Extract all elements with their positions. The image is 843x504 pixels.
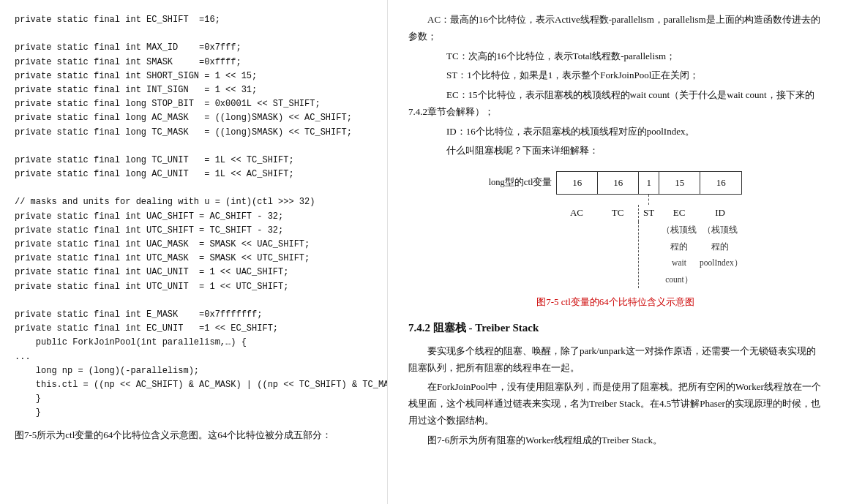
tc-line: TC：次高的16个比特位，表示Total线程数-parallelism； [408, 48, 823, 65]
sublabel-ac: AC [556, 205, 597, 222]
diagram-cells-row: long型的ctl变量 16 16 1 15 16 [489, 171, 743, 195]
id-subcaption: （栈顶线程的poolIndex） [700, 222, 741, 288]
para-1: 要实现多个线程的阻塞、唤醒，除了park/unpark这一对操作原语，还需要一个… [408, 343, 823, 377]
sublabel-tc: TC [597, 205, 638, 222]
ec-line: EC：15个比特位，表示阻塞栈的栈顶线程的wait count（关于什么是wai… [408, 87, 823, 121]
sublabel-id: ID [700, 205, 741, 222]
section-title: 7.4.2 阻塞栈 - Treiber Stack [408, 318, 823, 337]
cell-id: 16 [700, 172, 741, 194]
left-panel: private static final int EC_SHIFT =16; p… [0, 0, 388, 504]
fig-caption: 图7-5 ctl变量的64个比特位含义示意图 [408, 294, 823, 311]
st-line: ST：1个比特位，如果是1，表示整个ForkJoinPool正在关闭； [408, 67, 823, 84]
para-3: 图7-6所示为所有阻塞的Worker线程组成的Treiber Stack。 [408, 432, 823, 449]
cell-st: 1 [639, 172, 659, 194]
bit-diagram: long型的ctl变量 16 16 1 15 16 AC TC ST EC ID [408, 171, 823, 288]
id-line: ID：16个比特位，表示阻塞栈的栈顶线程对应的poolIndex。 [408, 124, 823, 140]
left-caption: 图7-5所示为ctl变量的64个比特位含义示意图。这64个比特位被分成五部分： [15, 427, 372, 444]
ec-subcaption: （栈顶线程的wait count） [659, 222, 700, 288]
right-panel: AC：最高的16个比特位，表示Active线程数-parallelism，par… [388, 0, 843, 504]
cell-ac: 16 [557, 172, 598, 194]
ac-line: AC：最高的16个比特位，表示Active线程数-parallelism，par… [408, 12, 823, 45]
cell-tc: 16 [598, 172, 639, 194]
diagram-subsublabels: （栈顶线程的wait count） （栈顶线程的poolIndex） [556, 222, 741, 288]
diagram-left-label: long型的ctl变量 [489, 175, 552, 191]
diagram-bit-cells: 16 16 1 15 16 [556, 171, 742, 195]
sublabel-ec: EC [659, 205, 700, 222]
blocking-stack-intro: 什么叫阻塞栈呢？下面来详细解释： [408, 143, 823, 159]
cell-ec: 15 [659, 172, 700, 194]
diagram-sublabels: AC TC ST EC ID [556, 205, 741, 222]
para-2: 在ForkJoinPool中，没有使用阻塞队列，而是使用了阻塞栈。把所有空闲的W… [408, 379, 823, 429]
sublabel-st: ST [638, 205, 659, 222]
code-content: private static final int EC_SHIFT =16; p… [15, 13, 372, 420]
